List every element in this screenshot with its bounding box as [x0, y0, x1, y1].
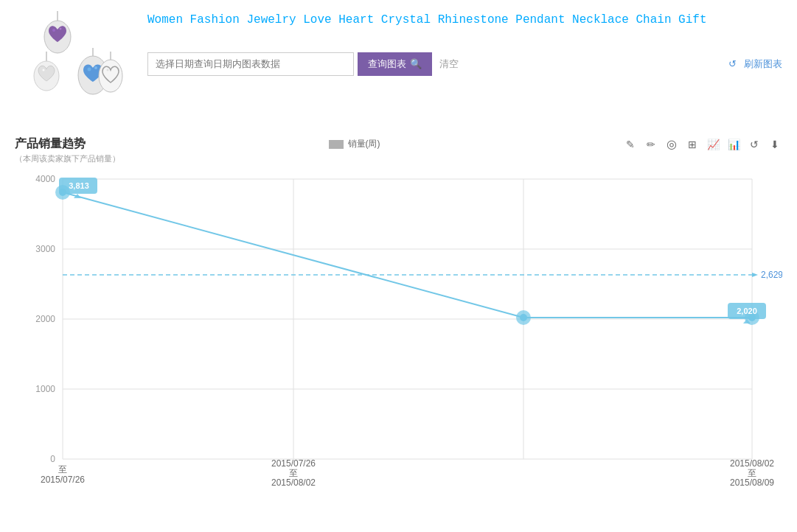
product-images	[15, 7, 133, 122]
avg-line-arrow	[752, 273, 758, 277]
edit2-icon[interactable]: ✏	[644, 137, 658, 152]
chart-legend: 销量(周)	[329, 138, 380, 150]
x-label-3-line2: 至	[748, 468, 756, 478]
chart-title: 产品销量趋势	[15, 137, 86, 150]
query-button[interactable]: 查询图表 🔍	[358, 52, 432, 76]
x-label-3-line3: 2015/08/09	[730, 477, 774, 488]
query-button-label: 查询图表	[368, 57, 406, 71]
svg-point-3	[59, 28, 61, 30]
x-label-1-line2: 2015/07/26	[41, 475, 85, 485]
chart-svg: 4000 3000 2000 1000 0 2,629 3,813	[15, 172, 782, 489]
avg-line-label: 2,629	[761, 270, 782, 280]
clear-icon[interactable]: ◎	[664, 137, 679, 152]
svg-point-10	[94, 66, 97, 69]
chart-container: 4000 3000 2000 1000 0 2,629 3,813	[15, 172, 782, 503]
edit-icon[interactable]: ✎	[623, 137, 638, 152]
top-right-actions: ↺ 刷新图表	[728, 57, 782, 71]
svg-point-6	[42, 69, 44, 71]
search-bar: 查询图表 🔍 清空 ↺ 刷新图表	[147, 52, 782, 76]
chart-tools: ✎ ✏ ◎ ⊞ 📈 📊 ↺ ⬇	[623, 137, 782, 152]
svg-point-13	[106, 69, 108, 71]
y-label-1000: 1000	[35, 384, 55, 394]
refresh-chart-icon[interactable]: ↺	[747, 137, 762, 152]
product-title: Women Fashion Jewelry Love Heart Crystal…	[147, 11, 782, 30]
chart-section: 产品销量趋势 销量(周) ✎ ✏ ◎ ⊞ 📈 📊 ↺ ⬇ （本周该卖家旗下产品销…	[0, 129, 797, 518]
download-icon[interactable]: ⬇	[768, 137, 782, 152]
svg-point-12	[99, 60, 122, 92]
search-icon: 🔍	[410, 58, 422, 69]
x-label-2-line1: 2015/07/26	[271, 458, 316, 469]
bar-chart-icon[interactable]: 📊	[726, 137, 741, 152]
x-label-3-line1: 2015/08/02	[730, 458, 774, 469]
tooltip-1-text: 3,813	[69, 181, 89, 190]
product-title-area: Women Fashion Jewelry Love Heart Crystal…	[147, 7, 782, 76]
x-label-2-line3: 2015/08/02	[271, 477, 316, 488]
chart-header: 产品销量趋势 销量(周) ✎ ✏ ◎ ⊞ 📈 📊 ↺ ⬇	[15, 136, 782, 152]
svg-point-9	[87, 68, 91, 71]
svg-point-2	[52, 29, 55, 32]
date-input[interactable]	[147, 52, 354, 76]
data-point-2-inner	[520, 314, 527, 321]
top-section: Women Fashion Jewelry Love Heart Crystal…	[0, 0, 797, 129]
chart-subtitle: （本周该卖家旗下产品销量）	[15, 153, 782, 164]
x-label-1-line1: 至	[58, 464, 67, 475]
legend-label: 销量(周)	[348, 138, 380, 150]
product-image	[17, 7, 131, 122]
refresh-icon: ↺	[728, 58, 737, 69]
legend-box	[329, 140, 344, 149]
tooltip-3-text: 2,020	[737, 307, 757, 315]
y-label-2000: 2000	[35, 314, 55, 324]
chart-header-left: 产品销量趋势	[15, 136, 86, 152]
y-label-3000: 3000	[35, 244, 55, 254]
table-icon[interactable]: ⊞	[685, 137, 700, 152]
refresh-button[interactable]: 刷新图表	[744, 57, 782, 71]
x-label-2-line2: 至	[289, 468, 298, 478]
clear-button[interactable]: 清空	[439, 57, 459, 71]
y-label-0: 0	[50, 454, 55, 464]
line-chart-icon[interactable]: 📈	[706, 137, 720, 152]
y-label-4000: 4000	[35, 174, 55, 184]
